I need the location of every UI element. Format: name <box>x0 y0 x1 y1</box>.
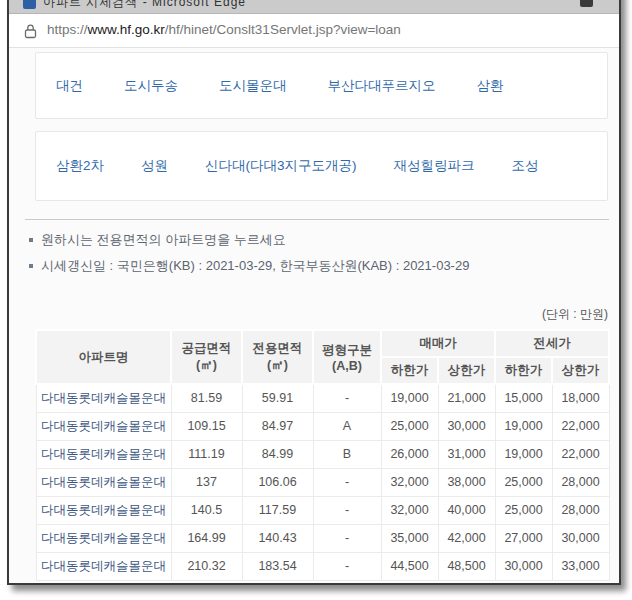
apartment-name-link[interactable]: 다대동롯데캐슬몰운대 <box>36 524 171 552</box>
exclusive-area-cell: 59.91 <box>242 384 313 412</box>
type-cell: - <box>313 524 381 552</box>
col-header-type: 평형구분 (A,B) <box>313 330 381 384</box>
jeonse-low-cell: 19,000 <box>495 412 552 440</box>
col-header-unit: (㎡) <box>243 357 312 374</box>
site-favicon-icon <box>23 0 36 9</box>
apartment-link-jaeseong-healingpark[interactable]: 재성힐링파크 <box>394 157 475 175</box>
sale-high-cell: 38,000 <box>438 468 495 496</box>
apartment-link-sindadae[interactable]: 신다대(다대3지구도개공) <box>205 157 357 175</box>
url-domain: www.hf.go.kr <box>88 22 165 37</box>
apartment-name-link[interactable]: 다대동롯데캐슬몰운대 <box>36 552 171 580</box>
apartment-name-link[interactable]: 다대동롯데캐슬몰운대 <box>36 440 171 468</box>
apartment-name-link[interactable]: 다대동롯데캐슬몰운대 <box>36 412 171 440</box>
col-header-unit: (㎡) <box>172 357 241 374</box>
supply-area-cell: 140.5 <box>171 496 242 524</box>
table-row: 다대동롯데캐슬몰운대 164.99 140.43 - 35,000 42,000… <box>36 524 609 552</box>
jeonse-high-cell: 33,000 <box>552 552 609 580</box>
supply-area-cell: 164.99 <box>171 524 242 552</box>
col-header-label: 공급면적 <box>172 340 241 357</box>
price-table: 아파트명 공급면적 (㎡) 전용면적 (㎡) 평형구분 (A,B) <box>35 329 610 581</box>
window-control-button[interactable] <box>580 0 593 7</box>
bullet-square-icon <box>29 264 33 268</box>
section-divider <box>25 219 609 220</box>
jeonse-low-cell: 19,000 <box>495 440 552 468</box>
type-cell: - <box>313 384 381 412</box>
exclusive-area-cell: 84.99 <box>242 440 313 468</box>
apartment-name-link[interactable]: 다대동롯데캐슬몰운대 <box>36 468 171 496</box>
notice-list: 원하시는 전용면적의 아파트명을 누르세요 시세갱신일 : 국민은행(KB) :… <box>29 227 619 279</box>
url-scheme: https:// <box>47 22 88 37</box>
apartment-link-dosimolundae[interactable]: 도시몰운대 <box>219 77 287 95</box>
notice-select-apartment: 원하시는 전용면적의 아파트명을 누르세요 <box>29 227 619 253</box>
table-row: 다대동롯데캐슬몰운대 137 106.06 - 32,000 38,000 25… <box>36 468 609 496</box>
jeonse-low-cell: 25,000 <box>495 496 552 524</box>
sale-low-cell: 26,000 <box>381 440 438 468</box>
exclusive-area-cell: 117.59 <box>242 496 313 524</box>
supply-area-cell: 81.59 <box>171 384 242 412</box>
jeonse-high-cell: 30,000 <box>552 524 609 552</box>
col-header-unit: (A,B) <box>314 359 380 373</box>
col-header-sale-price: 매매가 <box>381 330 495 357</box>
apartment-link-joseong[interactable]: 조성 <box>512 157 539 175</box>
apartment-link-dosidusong[interactable]: 도시두송 <box>124 77 178 95</box>
apartment-link-samhwan[interactable]: 삼환 <box>477 77 504 95</box>
supply-area-cell: 111.19 <box>171 440 242 468</box>
table-row: 다대동롯데캐슬몰운대 140.5 117.59 - 32,000 40,000 … <box>36 496 609 524</box>
type-cell: B <box>313 440 381 468</box>
price-table-body: 다대동롯데캐슬몰운대 81.59 59.91 - 19,000 21,000 1… <box>36 384 609 580</box>
sale-low-cell: 32,000 <box>381 468 438 496</box>
price-table-header: 아파트명 공급면적 (㎡) 전용면적 (㎡) 평형구분 (A,B) <box>36 330 609 384</box>
apartment-link-seongwon[interactable]: 성원 <box>141 157 168 175</box>
col-header-supply-area: 공급면적 (㎡) <box>171 330 242 384</box>
table-row: 다대동롯데캐슬몰운대 81.59 59.91 - 19,000 21,000 1… <box>36 384 609 412</box>
apartment-link-group-1: 대건 도시두송 도시몰운대 부산다대푸르지오 삼환 <box>35 52 608 119</box>
browser-url-bar: https://www.hf.go.kr/hf/hinet/Conslt31Se… <box>9 14 619 48</box>
supply-area-cell: 137 <box>171 468 242 496</box>
screenshot-stage: 아파트 시세검색 - Microsoft Edge https://www.hf… <box>0 0 632 600</box>
type-cell: - <box>313 496 381 524</box>
unit-label: (단위 : 만원) <box>9 306 608 323</box>
notice-update-date: 시세갱신일 : 국민은행(KB) : 2021-03-29, 한국부동산원(KA… <box>29 253 619 279</box>
sale-low-cell: 32,000 <box>381 496 438 524</box>
jeonse-high-cell: 28,000 <box>552 496 609 524</box>
url-text[interactable]: https://www.hf.go.kr/hf/hinet/Conslt31Se… <box>47 22 401 37</box>
exclusive-area-cell: 106.06 <box>242 468 313 496</box>
jeonse-low-cell: 15,000 <box>495 384 552 412</box>
exclusive-area-cell: 140.43 <box>242 524 313 552</box>
col-header-label: 전용면적 <box>243 340 312 357</box>
sale-high-cell: 30,000 <box>438 412 495 440</box>
col-header-exclusive-area: 전용면적 (㎡) <box>242 330 313 384</box>
apartment-link-busandadae-prugio[interactable]: 부산다대푸르지오 <box>328 77 436 95</box>
apartment-link-group-2: 삼환2차 성원 신다대(다대3지구도개공) 재성힐링파크 조성 <box>35 131 608 201</box>
type-cell: - <box>313 468 381 496</box>
jeonse-low-cell: 30,000 <box>495 552 552 580</box>
sale-low-cell: 19,000 <box>381 384 438 412</box>
col-header-apartment: 아파트명 <box>36 330 171 384</box>
notice-text: 원하시는 전용면적의 아파트명을 누르세요 <box>41 232 286 247</box>
col-header-label: 평형구분 <box>314 342 380 359</box>
sale-high-cell: 42,000 <box>438 524 495 552</box>
jeonse-high-cell: 18,000 <box>552 384 609 412</box>
apartment-link-daegeon[interactable]: 대건 <box>56 77 83 95</box>
table-row: 다대동롯데캐슬몰운대 210.32 183.54 - 44,500 48,500… <box>36 552 609 580</box>
lock-icon <box>24 24 37 43</box>
apartment-name-link[interactable]: 다대동롯데캐슬몰운대 <box>36 496 171 524</box>
table-row: 다대동롯데캐슬몰운대 111.19 84.99 B 26,000 31,000 … <box>36 440 609 468</box>
sale-low-cell: 44,500 <box>381 552 438 580</box>
window-titlebar[interactable]: 아파트 시세검색 - Microsoft Edge <box>9 0 619 14</box>
url-path: /hf/hinet/Conslt31Servlet.jsp?view=loan <box>165 22 401 37</box>
type-cell: A <box>313 412 381 440</box>
supply-area-cell: 109.15 <box>171 412 242 440</box>
col-header-sale-low: 하한가 <box>381 357 438 384</box>
col-header-jeonse-price: 전세가 <box>495 330 609 357</box>
sale-high-cell: 31,000 <box>438 440 495 468</box>
sale-high-cell: 48,500 <box>438 552 495 580</box>
apartment-name-link[interactable]: 다대동롯데캐슬몰운대 <box>36 384 171 412</box>
col-header-jeonse-high: 상한가 <box>552 357 609 384</box>
page-content: 대건 도시두송 도시몰운대 부산다대푸르지오 삼환 삼환2차 성원 신다대(다대… <box>9 52 619 585</box>
sale-high-cell: 21,000 <box>438 384 495 412</box>
notice-text: 시세갱신일 : 국민은행(KB) : 2021-03-29, 한국부동산원(KA… <box>41 258 469 273</box>
apartment-link-samhwan2cha[interactable]: 삼환2차 <box>56 157 104 175</box>
jeonse-high-cell: 22,000 <box>552 412 609 440</box>
exclusive-area-cell: 84.97 <box>242 412 313 440</box>
